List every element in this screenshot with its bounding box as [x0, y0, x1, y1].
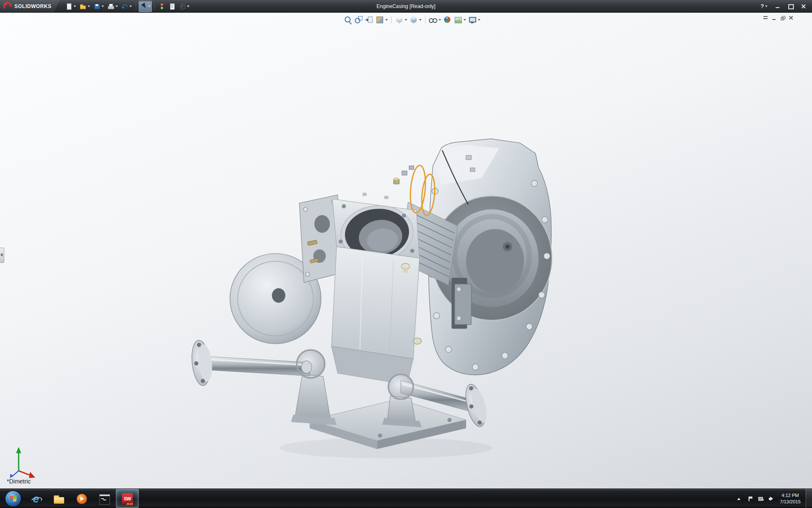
featuremanager-collapsed-tab[interactable]	[0, 248, 4, 263]
select-dropdown[interactable]	[148, 6, 151, 7]
show-hidden-icons-button[interactable]	[734, 492, 743, 505]
title-bar: EngineCasing [Read-only] SOLIDWORKS ?	[0, 0, 812, 13]
view-orientation-dropdown[interactable]	[405, 19, 407, 21]
previous-view-button[interactable]	[365, 14, 374, 25]
minimize-window-icon	[774, 3, 781, 10]
print-dropdown[interactable]	[115, 6, 118, 7]
select-button[interactable]	[139, 1, 152, 12]
edit-appearance-icon	[443, 16, 452, 24]
apply-scene-button[interactable]	[453, 14, 466, 25]
window-controls: ?	[758, 2, 812, 11]
viewport-3d-canvas[interactable]	[0, 12, 812, 489]
windows-explorer-icon	[53, 493, 64, 504]
apply-scene-dropdown[interactable]	[464, 19, 466, 21]
command-prompt-button[interactable]	[93, 489, 116, 508]
section-view-icon	[376, 16, 384, 24]
help-button[interactable]: ?	[758, 2, 770, 11]
media-player-icon	[76, 493, 87, 504]
new-document-button[interactable]	[64, 1, 77, 12]
solidworks-window: EngineCasing [Read-only] SOLIDWORKS ?	[0, 0, 812, 508]
solidworks-2015-button[interactable]: SW2015	[116, 489, 139, 508]
maximize-window-button[interactable]	[785, 2, 796, 11]
volume-button[interactable]	[767, 492, 776, 505]
options-button[interactable]	[178, 1, 191, 12]
edit-appearance-button[interactable]	[443, 14, 452, 25]
toolbar-separator	[391, 17, 392, 23]
undo-icon	[121, 3, 128, 10]
start-button[interactable]	[2, 489, 25, 508]
clock-time: 4:12 PM	[780, 492, 801, 499]
reference-triad[interactable]	[10, 447, 35, 479]
options-dropdown[interactable]	[187, 6, 189, 7]
view-settings-dropdown[interactable]	[478, 19, 480, 21]
rebuild-icon	[159, 3, 165, 10]
engine-casing-model[interactable]	[190, 139, 552, 458]
show-hidden-icons-icon	[735, 495, 742, 502]
apply-scene-icon	[454, 16, 462, 24]
new-document-dropdown[interactable]	[74, 6, 76, 7]
maximize-window-icon	[787, 3, 794, 10]
zoom-to-area-button[interactable]	[354, 14, 363, 25]
solidworks-brand: SOLIDWORKS	[0, 0, 60, 12]
previous-view-icon	[365, 16, 373, 24]
hide-show-items-dropdown[interactable]	[439, 19, 441, 21]
view-settings-button[interactable]	[468, 14, 481, 25]
open-button[interactable]	[78, 1, 91, 12]
network-icon	[757, 495, 764, 502]
minimize-window-button[interactable]	[771, 2, 783, 11]
save-dropdown[interactable]	[102, 6, 104, 7]
taskbar-apps: eSW2015	[0, 489, 139, 508]
view-orientation-button[interactable]	[395, 14, 408, 25]
tray-icons	[734, 492, 776, 505]
graphics-area[interactable]: *Dimetric	[0, 12, 812, 489]
network-button[interactable]	[756, 492, 765, 505]
open-dropdown[interactable]	[88, 6, 90, 7]
rebuild-button[interactable]	[157, 1, 167, 12]
view-orientation-icon	[395, 16, 403, 24]
undo-dropdown[interactable]	[129, 6, 132, 7]
hide-show-items-button[interactable]	[428, 14, 442, 25]
view-orientation-label: *Dimetric	[7, 478, 31, 485]
toolbar-separator	[136, 3, 136, 10]
internet-explorer-icon: e	[30, 493, 41, 504]
zoom-to-area-icon	[354, 16, 363, 24]
window-menu-icon	[763, 15, 769, 21]
file-properties-button[interactable]	[167, 1, 177, 12]
command-prompt-icon	[99, 493, 110, 504]
close-window-icon	[800, 3, 807, 10]
cylinder-block	[332, 193, 420, 384]
select-icon	[140, 3, 147, 10]
solidworks-2015-badge: 2015	[125, 502, 134, 505]
section-view-button[interactable]	[375, 14, 388, 25]
save-button[interactable]	[92, 1, 105, 12]
zoom-to-fit-icon	[344, 16, 352, 24]
support-bracket-left	[291, 350, 337, 425]
window-menu-button[interactable]	[763, 15, 769, 21]
restore-document-button[interactable]	[779, 15, 786, 21]
action-center-flag-button[interactable]	[745, 492, 754, 505]
action-center-flag-icon	[746, 495, 753, 502]
volume-icon	[768, 495, 775, 502]
new-document-icon	[66, 3, 72, 10]
solidworks-2015-icon: SW2015	[122, 493, 133, 504]
section-view-dropdown[interactable]	[385, 19, 388, 21]
media-player-button[interactable]	[70, 489, 93, 508]
display-style-dropdown[interactable]	[419, 19, 422, 21]
help-dropdown[interactable]	[765, 6, 768, 7]
undo-button[interactable]	[120, 1, 133, 12]
close-window-button[interactable]	[798, 2, 809, 11]
toolbar-separator	[425, 17, 425, 23]
print-button[interactable]	[106, 1, 119, 12]
display-style-icon	[409, 16, 418, 24]
display-style-button[interactable]	[409, 14, 422, 25]
minimize-document-button[interactable]	[771, 15, 777, 21]
close-document-button[interactable]	[788, 15, 794, 21]
internet-explorer-button[interactable]: e	[25, 489, 47, 508]
zoom-to-fit-button[interactable]	[343, 14, 353, 25]
taskbar-clock[interactable]: 4:12 PM 7/13/2015	[777, 492, 805, 505]
show-desktop-button[interactable]	[806, 489, 812, 508]
windows-explorer-button[interactable]	[47, 489, 70, 508]
toolbar-separator	[154, 3, 155, 10]
restore-document-icon	[779, 15, 786, 21]
solidworks-logo-icon	[3, 2, 12, 11]
